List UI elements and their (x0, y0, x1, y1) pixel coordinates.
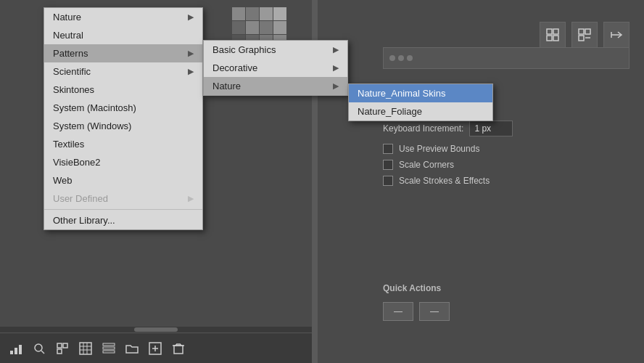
grid-swatch-icon[interactable] (77, 340, 94, 357)
menu-item-other-library[interactable]: Other Library... (44, 211, 202, 229)
svg-rect-16 (63, 343, 67, 348)
svg-rect-23 (103, 343, 115, 346)
scrollbar-thumb[interactable] (134, 327, 178, 332)
svg-rect-10 (10, 351, 13, 354)
menu-item-textiles[interactable]: Textiles (44, 135, 202, 153)
color-cell[interactable] (260, 21, 273, 34)
svg-line-14 (41, 351, 44, 354)
svg-rect-11 (15, 348, 17, 354)
keyboard-increment-label: Keyboard Increment: (383, 123, 463, 134)
color-cell[interactable] (232, 21, 245, 34)
scale-corners-row: Scale Corners (383, 160, 629, 170)
svg-rect-15 (57, 343, 62, 348)
top-icon-bar (540, 22, 629, 48)
guide-dot (389, 55, 395, 61)
color-cell[interactable] (273, 7, 286, 20)
menu-item-neutral[interactable]: Neutral (44, 26, 202, 44)
bottom-toolbar (0, 333, 312, 363)
scale-corners-checkbox[interactable] (383, 160, 393, 170)
menu-item-decorative[interactable]: Decorative ▶ (204, 59, 347, 77)
folder-swatch-icon[interactable] (123, 340, 141, 357)
submenu-arrow: ▶ (188, 67, 194, 76)
svg-rect-6 (579, 36, 584, 41)
color-cell[interactable] (246, 7, 259, 20)
action-buttons: — — (383, 302, 629, 321)
scale-strokes-label: Scale Strokes & Effects (399, 176, 490, 186)
add-swatch-icon[interactable] (146, 340, 164, 357)
svg-rect-4 (579, 29, 584, 34)
svg-rect-18 (80, 343, 91, 354)
use-preview-bounds-checkbox[interactable] (383, 144, 393, 154)
menu-item-skintones[interactable]: Skintones (44, 81, 202, 99)
expand-icon[interactable] (603, 22, 629, 48)
svg-rect-3 (553, 36, 558, 41)
svg-rect-1 (553, 29, 558, 34)
menu-item-web[interactable]: Web (44, 171, 202, 189)
svg-rect-0 (547, 29, 552, 34)
menu-item-foliage[interactable]: Nature_Foliage (349, 102, 492, 121)
scale-strokes-row: Scale Strokes & Effects (383, 176, 629, 186)
menu-item-animal-skins[interactable]: Nature_Animal Skins (349, 84, 492, 102)
submenu-arrow: ▶ (188, 194, 194, 203)
color-cell[interactable] (246, 21, 259, 34)
svg-rect-12 (19, 345, 22, 354)
library-icon[interactable] (7, 340, 25, 357)
menu-separator (44, 209, 202, 210)
scale-corners-label: Scale Corners (399, 160, 454, 170)
menu-item-user-defined[interactable]: User Defined ▶ (44, 189, 202, 208)
keyboard-increment-input[interactable] (469, 121, 513, 136)
color-cell[interactable] (260, 7, 273, 20)
submenu-arrow: ▶ (188, 49, 194, 58)
svg-point-13 (35, 344, 42, 351)
menu-item-patterns[interactable]: Patterns ▶ (44, 44, 202, 62)
svg-rect-24 (103, 347, 115, 349)
menu-item-system-mac[interactable]: System (Macintosh) (44, 99, 202, 117)
svg-rect-25 (103, 351, 115, 353)
grid-icon[interactable] (540, 22, 566, 48)
menu-primary: Nature ▶ Neutral Patterns ▶ Scientific ▶… (44, 7, 203, 230)
menu-item-nature-sub[interactable]: Nature ▶ (204, 77, 347, 95)
submenu-arrow: ▶ (333, 45, 339, 54)
quick-actions-label: Quick Actions (383, 283, 629, 293)
quick-action-btn-2[interactable]: — (419, 302, 450, 321)
use-preview-bounds-label: Use Preview Bounds (399, 144, 479, 154)
svg-rect-29 (174, 346, 183, 354)
submenu-arrow: ▶ (188, 12, 194, 22)
quick-action-btn-1[interactable]: — (383, 302, 413, 321)
color-cell[interactable] (273, 21, 286, 34)
menu-nature-submenu: Nature_Animal Skins Nature_Foliage (348, 83, 493, 121)
guide-dot (398, 55, 404, 61)
menu-item-nature[interactable]: Nature ▶ (44, 8, 202, 26)
move-swatch-icon[interactable] (54, 340, 71, 357)
guide-dot (407, 55, 413, 61)
svg-rect-17 (57, 349, 62, 354)
svg-rect-2 (547, 36, 552, 41)
submenu-arrow: ▶ (333, 81, 339, 91)
scrollbar-area[interactable] (0, 327, 312, 333)
menu-item-scientific[interactable]: Scientific ▶ (44, 62, 202, 81)
quick-actions-section: Quick Actions — — (383, 283, 629, 321)
grid-alt-icon[interactable] (571, 22, 598, 48)
use-preview-bounds-row: Use Preview Bounds (383, 144, 629, 154)
menu-patterns-submenu: Basic Graphics ▶ Decorative ▶ Nature ▶ (203, 40, 348, 96)
menu-item-system-win[interactable]: System (Windows) (44, 117, 202, 135)
guide-bar (383, 47, 629, 69)
menu-item-basic-graphics[interactable]: Basic Graphics ▶ (204, 41, 347, 59)
submenu-arrow: ▶ (333, 63, 339, 73)
delete-swatch-icon[interactable] (170, 340, 187, 357)
keyboard-increment-row: Keyboard Increment: (383, 121, 629, 136)
menu-item-visibone2[interactable]: VisieBone2 (44, 153, 202, 171)
scale-strokes-checkbox[interactable] (383, 176, 393, 186)
search-swatch-icon[interactable] (30, 340, 48, 357)
color-cell[interactable] (232, 7, 245, 20)
svg-rect-5 (585, 29, 590, 34)
list-swatch-icon[interactable] (100, 340, 117, 357)
